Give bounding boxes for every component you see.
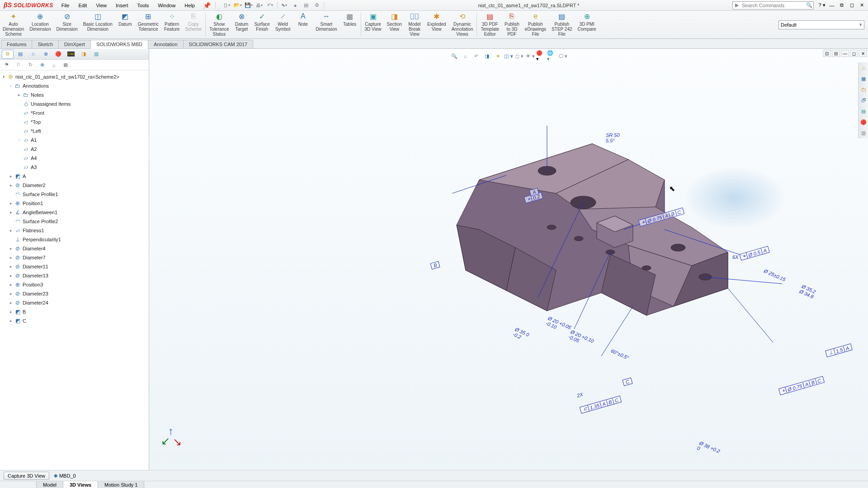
fm-tab-other[interactable]: ▥ bbox=[90, 50, 102, 59]
cmd-tab-dimxpert[interactable]: DimXpert bbox=[58, 40, 91, 48]
ribbon-publish-step-242-file[interactable]: ▤ PublishSTEP 242File bbox=[549, 11, 575, 38]
expand-icon[interactable]: ▸ bbox=[8, 319, 14, 323]
doc-close-button[interactable]: ✕ bbox=[859, 50, 867, 57]
tree-item-perpendicularity1[interactable]: ⊥ Perpendicularity1 bbox=[0, 235, 149, 244]
rebuild-button[interactable]: ● bbox=[290, 1, 300, 10]
menu-window[interactable]: Window bbox=[153, 1, 180, 10]
pmi-annotation-4[interactable]: 6X bbox=[732, 254, 738, 260]
ribbon-3d-pmi-compare[interactable]: ⊕ 3D PMICompare bbox=[575, 11, 599, 38]
pmi-annotation-16[interactable]: C bbox=[622, 378, 632, 386]
hide-show-button[interactable]: 👁 ▾ bbox=[525, 52, 535, 61]
menu-help[interactable]: Help bbox=[180, 1, 199, 10]
ribbon-publish-to-3d-pdf[interactable]: ⎘ Publishto 3DPDF bbox=[502, 11, 522, 38]
ribbon-publish-edrawings-file[interactable]: e PublisheDrawingsFile bbox=[522, 11, 549, 38]
expand-icon[interactable]: → bbox=[16, 138, 22, 142]
tree-item-position1[interactable]: ▸ ⊕ Position1 bbox=[0, 199, 149, 208]
cmd-tab-features[interactable]: Features bbox=[1, 40, 32, 48]
tree-item-surface-profile2[interactable]: ◠ Surface Profile2 bbox=[0, 217, 149, 226]
tree-item-flatness1[interactable]: ▸ ▱ Flatness1 bbox=[0, 226, 149, 235]
section-view-button[interactable]: ◨ bbox=[482, 52, 492, 61]
expand-icon[interactable]: ▸ bbox=[16, 93, 22, 97]
doc-maximize-button[interactable]: ◻ bbox=[850, 50, 858, 57]
restore-icon[interactable]: ⧉ bbox=[837, 1, 846, 9]
ribbon-size-dimension[interactable]: ⊘ SizeDimension bbox=[54, 11, 80, 38]
menu-file[interactable]: File bbox=[57, 1, 74, 10]
fm-tab-display[interactable]: 🔴 bbox=[52, 50, 64, 59]
model-tab-3d-views[interactable]: 3D Views bbox=[63, 481, 98, 488]
pmi-annotation-7[interactable]: Ø 35.2Ø 34.8 bbox=[799, 283, 817, 299]
doc-win-btn-2[interactable]: ⊟ bbox=[832, 50, 840, 57]
expand-icon[interactable]: ▸ bbox=[8, 310, 14, 314]
expand-icon[interactable]: ▸ bbox=[8, 300, 14, 305]
expand-icon[interactable]: ▸ bbox=[8, 228, 14, 233]
ribbon-datum-target[interactable]: ⊗ DatumTarget bbox=[231, 11, 251, 38]
appearance-button[interactable]: 🔴 ▾ bbox=[536, 52, 546, 61]
expand-icon[interactable]: ▸ bbox=[8, 210, 14, 215]
pin-icon[interactable]: 📌 bbox=[199, 2, 214, 9]
mbd-view-tab[interactable]: ◆ MBD_0 bbox=[54, 473, 76, 479]
tree-item-surface-profile1[interactable]: ◠ Surface Profile1 bbox=[0, 190, 149, 199]
fm-tab-cam[interactable]: CM bbox=[65, 50, 77, 59]
expand-icon[interactable]: ▸ bbox=[8, 273, 14, 278]
tree-item-a[interactable]: ▸ ◩ A bbox=[0, 172, 149, 181]
filter-btn-6[interactable]: ▦ bbox=[61, 61, 71, 70]
prev-view-button[interactable]: ↶ bbox=[471, 52, 481, 61]
taskpane-appearances[interactable]: 🔴 bbox=[859, 117, 868, 127]
help-dropdown-icon[interactable]: ? ▾ bbox=[817, 1, 826, 9]
collapse-icon[interactable]: ▾ bbox=[1, 75, 6, 79]
ribbon-section-view[interactable]: ◨ SectionView bbox=[384, 11, 405, 38]
view-settings-button[interactable]: 🖵 ▾ bbox=[558, 52, 568, 61]
open-button[interactable]: 📂▾ bbox=[233, 1, 243, 10]
zoom-area-button[interactable]: ⌕ bbox=[460, 52, 470, 61]
file-props-button[interactable]: ▤ bbox=[301, 1, 311, 10]
close-icon[interactable]: ✕ bbox=[857, 1, 866, 9]
ribbon-dynamic-annotation-views[interactable]: ⟲ DynamicAnnotationViews bbox=[449, 11, 476, 38]
expand-icon[interactable]: ▸ bbox=[8, 255, 14, 260]
view-orient-button[interactable]: ◫ ▾ bbox=[504, 52, 514, 61]
tree-item-a4[interactable]: ▱ A4 bbox=[0, 154, 149, 163]
fm-tab-config[interactable]: ⎍ bbox=[27, 50, 39, 59]
tree-item-diameter24[interactable]: ▸ ⊘ Diameter24 bbox=[0, 298, 149, 307]
options-button[interactable]: ⚙ bbox=[312, 1, 322, 10]
pmi-annotation-0[interactable]: SR 505.5° bbox=[606, 132, 620, 143]
taskpane-view-palette[interactable]: ▤ bbox=[859, 106, 868, 117]
ribbon-pattern-feature[interactable]: ⁘ PatternFeature bbox=[161, 11, 182, 38]
tree-item-a1[interactable]: → ▱ A1 bbox=[0, 136, 149, 145]
tree-item--front[interactable]: ▱ *Front bbox=[0, 108, 149, 117]
ribbon-capture-3d-view[interactable]: ▣ Capture3D View bbox=[362, 11, 384, 38]
ribbon-note[interactable]: A Note bbox=[293, 11, 313, 38]
zoom-fit-button[interactable]: 🔍 bbox=[449, 52, 459, 61]
pmi-annotation-14[interactable]: 2X bbox=[576, 391, 584, 398]
scene-button[interactable]: 🌐 ▾ bbox=[547, 52, 557, 61]
filter-btn-3[interactable]: ↻ bbox=[25, 61, 35, 70]
tree-item-position3[interactable]: ▸ ⊕ Position3 bbox=[0, 280, 149, 289]
expand-icon[interactable]: ▸ bbox=[8, 201, 14, 206]
pmi-annotation-15[interactable]: ⊂1.35ABC bbox=[580, 395, 622, 413]
ribbon-weld-symbol[interactable]: ⟋ WeldSymbol bbox=[273, 11, 293, 38]
ribbon-exploded-view[interactable]: ✱ ExplodedView bbox=[425, 11, 449, 38]
tree-item-a3[interactable]: ▱ A3 bbox=[0, 163, 149, 172]
model-tab-motion-study-1[interactable]: Motion Study 1 bbox=[98, 481, 144, 488]
display-style-button[interactable]: ◻ ▾ bbox=[514, 52, 524, 61]
filter-btn-1[interactable]: ⚑ bbox=[2, 61, 12, 70]
cmd-tab-annotation[interactable]: Annotation bbox=[148, 40, 184, 48]
taskpane-explorer[interactable]: 🗗 bbox=[859, 95, 868, 106]
tree-item-annotations[interactable]: − 🗀 Annotations bbox=[0, 81, 149, 90]
tree-item--top[interactable]: ▱ *Top bbox=[0, 117, 149, 127]
configuration-selector[interactable]: Default ▾ bbox=[778, 20, 864, 29]
tree-item-c[interactable]: ▸ ◩ C bbox=[0, 316, 149, 325]
capture-3d-view-button[interactable]: Capture 3D View bbox=[4, 472, 49, 480]
filter-btn-5[interactable]: ⌕ bbox=[49, 61, 59, 70]
tree-item-a2[interactable]: ▱ A2 bbox=[0, 145, 149, 154]
tree-item-diameter2[interactable]: ▸ ⊘ Diameter2 bbox=[0, 181, 149, 190]
dynamic-annot-button[interactable]: ✦ bbox=[493, 52, 503, 61]
ribbon-location-dimension[interactable]: ⊕ LocationDimension bbox=[27, 11, 53, 38]
cmd-tab-sketch[interactable]: Sketch bbox=[32, 40, 59, 48]
tree-item-notes[interactable]: ▸ 🗀 Notes bbox=[0, 90, 149, 99]
doc-minimize-button[interactable]: — bbox=[841, 50, 849, 57]
tree-item-diameter13[interactable]: ▸ ⊘ Diameter13 bbox=[0, 271, 149, 280]
taskpane-properties[interactable]: ▥ bbox=[859, 127, 868, 138]
print-button[interactable]: 🖶▾ bbox=[255, 1, 264, 10]
model-tab-model[interactable]: Model bbox=[36, 481, 63, 488]
menu-tools[interactable]: Tools bbox=[133, 1, 154, 10]
